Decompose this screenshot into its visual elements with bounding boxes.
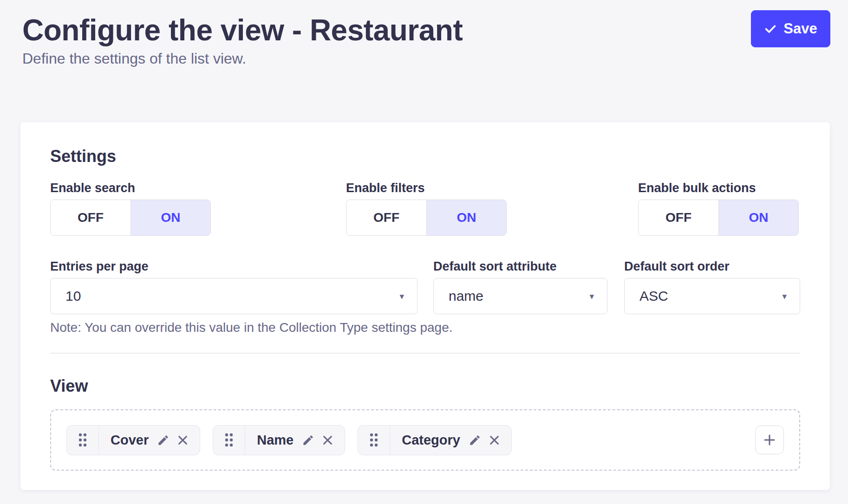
toggle-group-enable-search: Enable search OFF ON	[50, 181, 211, 236]
settings-card: Settings Enable search OFF ON Enable fil…	[20, 122, 830, 490]
default-sort-order-group: Default sort order ASC ▾	[624, 259, 800, 314]
plus-icon	[763, 433, 776, 447]
close-icon	[176, 434, 189, 446]
page-header: Configure the view - Restaurant Define t…	[0, 0, 848, 68]
entries-per-page-value: 10	[65, 288, 399, 304]
close-icon	[321, 434, 334, 446]
field-chip-category: Category	[358, 425, 512, 455]
edit-field-button[interactable]	[302, 434, 314, 446]
toggle-group-enable-bulk-actions: Enable bulk actions OFF ON	[638, 181, 799, 236]
default-sort-attribute-value: name	[449, 288, 589, 304]
enable-filters-toggle: OFF ON	[346, 200, 507, 236]
enable-search-off-option[interactable]: OFF	[51, 200, 130, 235]
remove-field-button[interactable]	[488, 434, 501, 446]
remove-field-button[interactable]	[321, 434, 334, 446]
field-chip-cover: Cover	[66, 425, 200, 455]
chevron-down-icon: ▾	[589, 292, 594, 301]
toggle-label: Enable filters	[346, 181, 507, 196]
default-sort-order-value: ASC	[639, 288, 782, 304]
field-chip-label: Cover	[111, 433, 150, 448]
chevron-down-icon: ▾	[782, 292, 787, 301]
chip-body: Name	[245, 426, 345, 455]
check-icon	[764, 22, 777, 35]
field-chip-label: Category	[402, 433, 462, 448]
edit-field-button[interactable]	[157, 434, 170, 446]
section-divider	[50, 353, 800, 354]
chip-body: Category	[390, 426, 511, 455]
enable-filters-off-option[interactable]: OFF	[346, 200, 426, 235]
drag-handle-icon[interactable]	[67, 426, 99, 455]
view-fields-dropzone: Cover	[50, 409, 800, 471]
enable-filters-on-option[interactable]: ON	[426, 200, 506, 235]
view-heading: View	[50, 376, 800, 396]
drag-handle-icon[interactable]	[358, 426, 390, 455]
enable-search-toggle: OFF ON	[50, 200, 211, 236]
default-sort-attribute-select[interactable]: name ▾	[433, 278, 607, 314]
save-button[interactable]: Save	[751, 10, 830, 47]
pencil-icon	[302, 434, 314, 446]
field-chip-name: Name	[213, 425, 345, 455]
remove-field-button[interactable]	[176, 434, 189, 446]
add-field-button[interactable]	[755, 426, 784, 454]
enable-bulk-actions-off-option[interactable]: OFF	[639, 200, 718, 235]
default-sort-order-select[interactable]: ASC ▾	[624, 278, 800, 314]
pencil-icon	[157, 434, 170, 446]
toggle-label: Enable search	[50, 181, 211, 196]
entries-per-page-group: Entries per page 10 ▾	[50, 259, 417, 314]
select-label: Entries per page	[50, 259, 417, 274]
default-sort-attribute-group: Default sort attribute name ▾	[433, 259, 607, 314]
entries-note: Note: You can override this value in the…	[50, 320, 800, 335]
chevron-down-icon: ▾	[399, 292, 404, 301]
settings-heading: Settings	[50, 146, 800, 167]
edit-field-button[interactable]	[469, 434, 481, 446]
enable-search-on-option[interactable]: ON	[130, 200, 210, 235]
enable-bulk-actions-toggle: OFF ON	[638, 200, 799, 236]
toggles-row: Enable search OFF ON Enable filters OFF …	[50, 181, 800, 236]
select-label: Default sort order	[624, 259, 800, 274]
drag-handle-icon[interactable]	[213, 426, 245, 455]
toggle-label: Enable bulk actions	[638, 181, 799, 196]
page-title: Configure the view - Restaurant	[22, 13, 826, 47]
enable-bulk-actions-on-option[interactable]: ON	[718, 200, 798, 235]
save-button-label: Save	[783, 20, 817, 37]
page-subtitle: Define the settings of the list view.	[22, 49, 826, 68]
selects-row: Entries per page 10 ▾ Default sort attri…	[50, 259, 800, 314]
chip-body: Cover	[99, 426, 200, 455]
field-chip-label: Name	[257, 433, 295, 448]
pencil-icon	[469, 434, 481, 446]
entries-per-page-select[interactable]: 10 ▾	[50, 278, 417, 314]
select-label: Default sort attribute	[433, 259, 607, 274]
toggle-group-enable-filters: Enable filters OFF ON	[346, 181, 507, 236]
close-icon	[488, 434, 501, 446]
